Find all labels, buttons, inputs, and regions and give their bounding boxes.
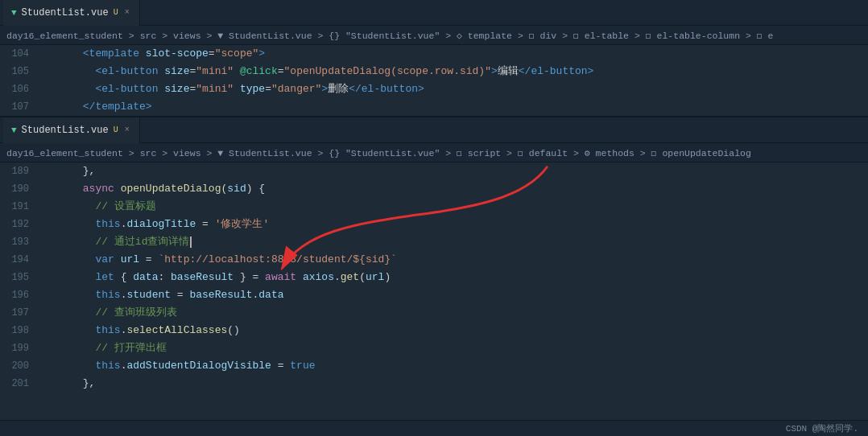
watermark: CSDN @陶然同学. bbox=[786, 422, 858, 434]
top-tab-bar: ▼ StudentList.vue U × bbox=[0, 0, 868, 26]
line-number: 198 bbox=[0, 322, 39, 339]
line-number: 106 bbox=[0, 80, 39, 98]
code-line: 194 var url = `http://localhost:8888/stu… bbox=[0, 251, 868, 269]
code-line: 191 // 设置标题 bbox=[0, 198, 868, 216]
line-number: 190 bbox=[0, 180, 39, 198]
top-panel: ▼ StudentList.vue U × day16_element_stud… bbox=[0, 0, 868, 117]
line-content: }, bbox=[39, 375, 868, 393]
line-content: this.dialogTitle = '修改学生' bbox=[39, 216, 868, 233]
status-bar: CSDN @陶然同学. bbox=[0, 420, 868, 436]
line-content: let { data: baseResult } = await axios.g… bbox=[39, 269, 868, 286]
code-line: 199 // 打开弹出框 bbox=[0, 339, 868, 357]
bottom-vue-icon: ▼ bbox=[11, 125, 17, 135]
code-line: 189 }, bbox=[0, 162, 868, 180]
bottom-panel: ▼ StudentList.vue U × day16_element_stud… bbox=[0, 117, 868, 420]
text-cursor bbox=[190, 237, 192, 248]
code-line: 197 // 查询班级列表 bbox=[0, 304, 868, 322]
code-line: 190 async openUpdateDialog(sid) { bbox=[0, 180, 868, 198]
line-number: 199 bbox=[0, 339, 39, 357]
line-content: this.student = baseResult.data bbox=[39, 286, 868, 304]
line-number: 193 bbox=[0, 233, 39, 251]
line-number: 104 bbox=[0, 45, 39, 63]
line-number: 105 bbox=[0, 63, 39, 80]
bottom-tab-bar: ▼ StudentList.vue U × bbox=[0, 117, 868, 143]
bottom-breadcrumb: day16_element_student > src > views > ▼ … bbox=[0, 143, 868, 162]
line-content: var url = `http://localhost:8888/student… bbox=[39, 251, 868, 269]
editor-container: ▼ StudentList.vue U × day16_element_stud… bbox=[0, 0, 868, 436]
line-number: 107 bbox=[0, 98, 39, 116]
line-content: this.selectAllClasses() bbox=[39, 322, 868, 339]
code-line: 201 }, bbox=[0, 375, 868, 393]
bottom-code-area: 189 },190 async openUpdateDialog(sid) {1… bbox=[0, 162, 868, 420]
line-content: <el-button size="mini" type="danger">删除<… bbox=[39, 80, 868, 98]
line-number: 201 bbox=[0, 375, 39, 393]
line-content: this.addStudentDialogVisible = true bbox=[39, 357, 868, 375]
vue-icon: ▼ bbox=[11, 8, 17, 18]
code-line: 200 this.addStudentDialogVisible = true bbox=[0, 357, 868, 375]
line-content: // 通过id查询详情 bbox=[39, 233, 868, 251]
line-content: // 打开弹出框 bbox=[39, 339, 868, 357]
line-number: 191 bbox=[0, 198, 39, 216]
code-line: 105 <el-button size="mini" @click="openU… bbox=[0, 63, 868, 80]
line-content: // 查询班级列表 bbox=[39, 304, 868, 322]
line-content: async openUpdateDialog(sid) { bbox=[39, 180, 868, 198]
top-breadcrumb: day16_element_student > src > views > ▼ … bbox=[0, 26, 868, 45]
code-line: 106 <el-button size="mini" type="danger"… bbox=[0, 80, 868, 98]
code-line: 196 this.student = baseResult.data bbox=[0, 286, 868, 304]
bottom-tab-modified: U bbox=[114, 125, 118, 134]
code-line: 198 this.selectAllClasses() bbox=[0, 322, 868, 339]
top-tab-modified: U bbox=[114, 8, 118, 17]
line-number: 196 bbox=[0, 286, 39, 304]
top-breadcrumb-text: day16_element_student > src > views > ▼ … bbox=[6, 30, 773, 41]
code-line: 192 this.dialogTitle = '修改学生' bbox=[0, 216, 868, 233]
line-number: 189 bbox=[0, 162, 39, 180]
bottom-tab[interactable]: ▼ StudentList.vue U × bbox=[3, 117, 140, 143]
bottom-breadcrumb-text: day16_element_student > src > views > ▼ … bbox=[6, 147, 751, 158]
top-code-area: 104 <template slot-scope="scope">105 <el… bbox=[0, 45, 868, 116]
line-number: 194 bbox=[0, 251, 39, 269]
line-number: 200 bbox=[0, 357, 39, 375]
top-tab-label: StudentList.vue bbox=[22, 7, 109, 19]
line-content: <el-button size="mini" @click="openUpdat… bbox=[39, 63, 868, 80]
bottom-tab-close[interactable]: × bbox=[123, 125, 131, 135]
line-content: </template> bbox=[39, 98, 868, 116]
top-tab-close[interactable]: × bbox=[123, 7, 131, 18]
line-content: }, bbox=[39, 162, 868, 180]
line-content: <template slot-scope="scope"> bbox=[39, 45, 868, 63]
line-number: 197 bbox=[0, 304, 39, 322]
line-number: 195 bbox=[0, 269, 39, 286]
code-line: 104 <template slot-scope="scope"> bbox=[0, 45, 868, 63]
code-line: 193 // 通过id查询详情 bbox=[0, 233, 868, 251]
code-line: 107 </template> bbox=[0, 98, 868, 116]
line-content: // 设置标题 bbox=[39, 198, 868, 216]
bottom-tab-label: StudentList.vue bbox=[22, 125, 109, 136]
code-line: 195 let { data: baseResult } = await axi… bbox=[0, 269, 868, 286]
line-number: 192 bbox=[0, 216, 39, 233]
top-tab[interactable]: ▼ StudentList.vue U × bbox=[3, 0, 140, 26]
bottom-editor-wrapper: ▼ StudentList.vue U × day16_element_stud… bbox=[0, 117, 868, 420]
